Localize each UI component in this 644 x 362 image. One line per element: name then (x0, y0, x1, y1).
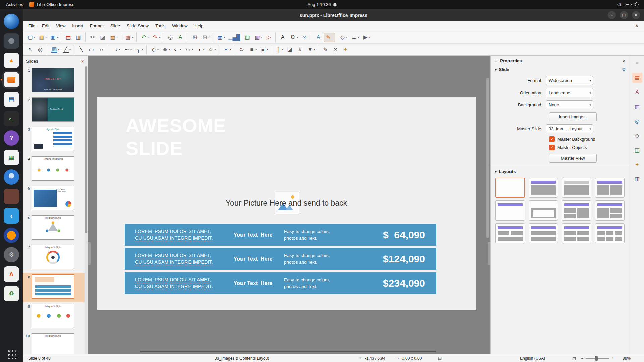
tab-properties[interactable]: ▤ (632, 73, 642, 83)
ellipse-icon[interactable]: ○ (97, 45, 108, 54)
save-status-icon[interactable]: ▤ (438, 356, 442, 361)
background-select[interactable]: None (546, 100, 593, 109)
save-icon[interactable]: ▣ ▾ (49, 33, 61, 42)
slide-thumbnail[interactable]: Agenda Style (32, 127, 74, 151)
tab-master-slides[interactable]: ▥ (632, 174, 642, 184)
filter-icon[interactable]: ▼ ▾ (306, 45, 318, 54)
insert-chart-icon[interactable]: ▁▄█ (227, 33, 242, 42)
display-views-icon[interactable]: ▭ ▾ (350, 33, 360, 42)
stars-banners-icon[interactable]: ☆ ▾ (206, 45, 219, 54)
open-icon[interactable]: ▥ ▾ (37, 33, 48, 42)
dock-firefox[interactable] (4, 14, 19, 29)
show-draw-functions-icon[interactable]: ✎ (324, 33, 335, 42)
crop-image-icon[interactable]: # (296, 45, 305, 54)
layout-content-over-content[interactable] (529, 223, 558, 243)
slide-thumbnail-row[interactable]: 3 Agenda Style (23, 125, 85, 155)
fontwork-icon[interactable]: A (314, 33, 323, 42)
layout-content-and-two-content[interactable] (595, 200, 625, 221)
insert-textbox-icon[interactable]: A (278, 33, 288, 42)
dock-settings[interactable]: ⚙ (4, 247, 19, 262)
section-settings-icon[interactable]: ⚙ (622, 67, 626, 72)
slide-thumbnail-row[interactable]: 8 (23, 273, 85, 302)
line-color-icon[interactable]: ╱ ▾ (61, 45, 74, 54)
lines-arrows-icon[interactable]: ⇒ ▾ (111, 45, 122, 54)
minimize-button[interactable]: – (608, 11, 616, 19)
shapes-icon[interactable]: ◇ ▾ (338, 33, 349, 42)
print-icon[interactable]: ▥ (74, 33, 86, 42)
insert-image-button[interactable]: Insert Image... (549, 112, 597, 121)
cut-icon[interactable]: ✂ (88, 33, 98, 42)
zoom-pan-icon[interactable]: ◎ (36, 45, 47, 54)
select-icon[interactable]: ↖ (26, 45, 35, 54)
content-bar[interactable]: LOREM IPSUM DOLOR SIT AMET, CU USU AGAM … (125, 272, 436, 294)
dock-calc[interactable]: ▦ (4, 150, 19, 165)
slide-thumbnail-row[interactable]: 5 Our Team Infographic (23, 184, 85, 214)
content-bar[interactable]: LOREM IPSUM DOLOR SIT AMET, CU USU AGAM … (125, 248, 436, 270)
insert-line-icon[interactable]: ╲ (77, 45, 86, 54)
close-document-icon[interactable]: ✕ (635, 23, 642, 28)
insert-table-icon[interactable]: ▦ ▾ (216, 33, 226, 42)
layout-six-content[interactable] (595, 223, 625, 243)
glue-points-icon[interactable]: ⊙ (331, 45, 340, 54)
dock-writer[interactable]: ▤ (4, 92, 19, 107)
layout-two-content-and-content[interactable] (562, 200, 591, 221)
edit-canvas[interactable]: AWESOME SLIDE Your Picture Here and send… (88, 56, 490, 354)
slide-thumbnail-row[interactable]: 4 Timeline Infographic (23, 155, 85, 184)
zoom-slider[interactable] (586, 358, 609, 359)
flowchart-icon[interactable]: ▱ ▾ (183, 45, 194, 54)
slide-section-header[interactable]: ▾ Slide ⚙ (491, 66, 630, 73)
master-view-button[interactable]: Master View (549, 154, 597, 163)
content-bar[interactable]: LOREM IPSUM DOLOR SIT AMET, CU USU AGAM … (125, 224, 436, 246)
slide-thumbnail[interactable]: Infographic Style (32, 245, 74, 269)
layout-blank[interactable] (495, 178, 525, 198)
system-status-area[interactable]: ◁) (617, 2, 644, 7)
slide-thumbnail[interactable]: Infographic Style (32, 304, 74, 328)
export-pdf-icon[interactable]: ▤ (64, 33, 73, 42)
dock-help[interactable]: ? (4, 130, 19, 146)
layout-title-content[interactable] (529, 178, 558, 198)
zoom-level[interactable]: 88% (623, 356, 631, 361)
slide-thumbnail[interactable]: Infographic Style (32, 333, 74, 354)
slide-thumbnail-row[interactable]: 6 Infographic Style (23, 214, 85, 243)
tab-animation[interactable]: ✦ (632, 159, 642, 169)
arrange-icon[interactable]: ▣ ▾ (259, 45, 271, 54)
curves-polygons-icon[interactable]: ∼ ▾ (122, 45, 133, 54)
slide-thumbnail[interactable]: INDUSTRY Free PPT Templates (32, 68, 74, 92)
insert-media-icon[interactable]: ▷ (264, 33, 276, 42)
tab-shapes[interactable]: ◇ (632, 130, 642, 140)
layout-two-content-over-content[interactable] (495, 223, 525, 243)
window-titlebar[interactable]: sun.pptx - LibreOffice Impress – ▢ ✕ (23, 9, 644, 21)
slide-title-placeholder[interactable]: AWESOME SLIDE (126, 114, 226, 160)
dock-utility[interactable] (4, 33, 19, 49)
layout-title-only[interactable] (495, 200, 525, 221)
slide-thumbnail-row[interactable]: 1 INDUSTRY Free PPT Templates (23, 66, 85, 96)
slide-thumbnail[interactable]: Infographic Style (32, 215, 74, 240)
dock-recycle[interactable]: ♻ (4, 286, 19, 301)
sidebar-menu-icon[interactable]: ≡ (632, 58, 642, 68)
rotate-icon[interactable]: ↻ (237, 45, 247, 54)
slide-thumbnail-row[interactable]: 7 Infographic Style (23, 243, 85, 273)
dock-software[interactable]: A (4, 266, 19, 282)
layout-title-content-alt[interactable] (562, 178, 591, 198)
hyperlink-icon[interactable]: ∞ (300, 33, 311, 42)
close-button[interactable]: ✕ (632, 11, 640, 19)
distribute-icon[interactable]: ∥ ▾ (274, 45, 285, 54)
dock-impress[interactable] (4, 72, 19, 87)
zoom-slider-thumb[interactable] (595, 356, 598, 361)
format-select[interactable]: Widescreen (546, 76, 593, 85)
menu-item[interactable]: Slide Show (123, 22, 152, 30)
find-replace-icon[interactable]: ◎ (166, 33, 175, 42)
slides-panel-close-icon[interactable]: ✕ (80, 59, 84, 64)
start-slideshow-icon[interactable]: ▶ ▾ (361, 33, 372, 42)
callout-shapes-icon[interactable]: ◗ ▾ (195, 45, 206, 54)
3d-objects-icon[interactable]: ◓ ▾ (222, 45, 234, 54)
horizontal-scrollbar-thumb[interactable] (140, 351, 436, 352)
layout-four-content[interactable] (562, 223, 591, 243)
activities-button[interactable]: Activities (0, 2, 29, 7)
zoom-in-button[interactable]: + (612, 356, 614, 361)
zoom-out-button[interactable]: − (581, 356, 583, 361)
dock-package[interactable] (4, 189, 19, 204)
layouts-section-header[interactable]: ▾ Layouts (491, 166, 630, 175)
align-objects-icon[interactable]: ≡ ▾ (247, 45, 258, 54)
menu-item[interactable]: Edit (39, 22, 53, 30)
